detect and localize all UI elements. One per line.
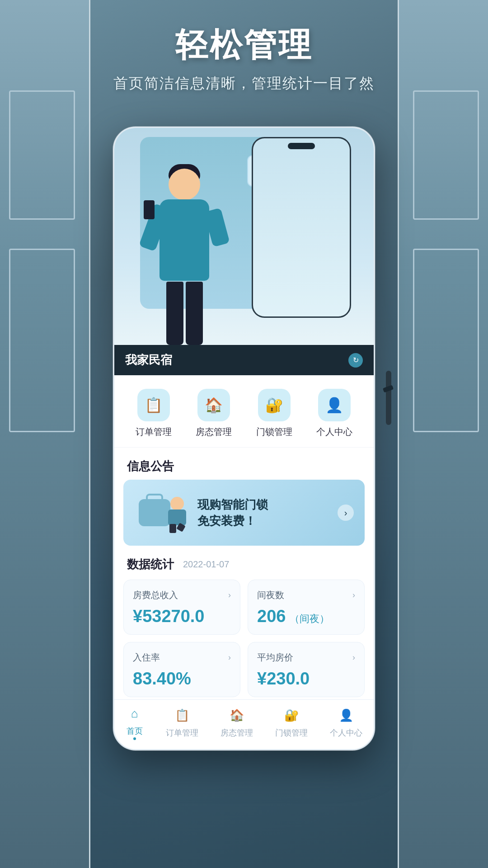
quick-item-locks[interactable]: 🔐 门锁管理 bbox=[256, 389, 292, 438]
home-nav-label: 首页 bbox=[127, 726, 143, 736]
bottom-nav: ⌂ 首页 📋 订单管理 🏠 房态管理 🔐 门锁管理 👤 个人中心 bbox=[114, 699, 374, 749]
orders-icon-circle: 📋 bbox=[137, 389, 170, 421]
person-body bbox=[160, 199, 209, 281]
revenue-arrow: › bbox=[228, 590, 231, 600]
stats-title: 数据统计 bbox=[127, 557, 174, 572]
announcement-line1: 现购智能门锁 bbox=[197, 496, 328, 513]
announcement-line2: 免安装费！ bbox=[197, 513, 328, 529]
announcement-card[interactable]: 现购智能门锁 免安装费！ › bbox=[123, 480, 365, 546]
profile-label: 个人中心 bbox=[316, 426, 352, 438]
person-leg-left bbox=[166, 282, 183, 345]
person-phone-prop bbox=[144, 200, 155, 219]
annc-person bbox=[166, 497, 188, 533]
avg-price-label: 平均房价 bbox=[257, 651, 293, 664]
revenue-value: ¥53270.0 bbox=[133, 607, 205, 626]
nights-label: 间夜数 bbox=[257, 589, 284, 601]
profile-nav-icon: 👤 bbox=[337, 707, 355, 725]
revenue-label: 房费总收入 bbox=[133, 589, 178, 601]
nights-unit: （间夜） bbox=[290, 613, 329, 624]
locks-icon: 🔐 bbox=[265, 396, 283, 414]
nav-item-home[interactable]: ⌂ 首页 bbox=[126, 705, 144, 740]
person-leg-right bbox=[186, 282, 203, 345]
stat-card-nights[interactable]: 间夜数 › 206 （间夜） bbox=[248, 580, 365, 635]
nights-value: 206 bbox=[257, 607, 286, 626]
rooms-icon-circle: 🏠 bbox=[197, 389, 230, 421]
person-illustration bbox=[141, 164, 232, 345]
nights-arrow: › bbox=[352, 590, 355, 600]
quick-item-profile[interactable]: 👤 个人中心 bbox=[316, 389, 352, 438]
rooms-nav-label: 房态管理 bbox=[221, 727, 253, 738]
locks-icon-circle: 🔐 bbox=[258, 389, 291, 421]
orders-icon: 📋 bbox=[145, 396, 163, 414]
nav-active-indicator bbox=[133, 737, 136, 740]
page-title: 轻松管理 bbox=[90, 27, 398, 63]
stat-card-revenue[interactable]: 房费总收入 › ¥53270.0 bbox=[123, 580, 240, 635]
avg-price-value: ¥230.0 bbox=[257, 669, 310, 688]
orders-nav-icon: 📋 bbox=[173, 707, 191, 725]
phone-content: 📋 订单管理 🏠 房态管理 🔐 门锁管理 bbox=[114, 375, 374, 732]
home-nav-icon: ⌂ bbox=[126, 705, 144, 723]
door-handle bbox=[383, 371, 393, 425]
rooms-icon: 🏠 bbox=[205, 396, 223, 414]
announcement-text-area: 现购智能门锁 免安装费！ bbox=[188, 496, 338, 529]
stat-card-avg-price[interactable]: 平均房价 › ¥230.0 bbox=[248, 642, 365, 697]
phone-notch bbox=[288, 143, 315, 149]
stats-header: 数据统计 2022-01-07 bbox=[114, 546, 374, 580]
occupancy-arrow: › bbox=[228, 653, 231, 662]
annc-person-head bbox=[170, 497, 184, 510]
page-subtitle: 首页简洁信息清晰，管理统计一目了然 bbox=[90, 74, 398, 94]
quick-item-rooms[interactable]: 🏠 房态管理 bbox=[196, 389, 232, 438]
rooms-nav-icon: 🏠 bbox=[228, 707, 246, 725]
stat-label-row: 平均房价 › bbox=[257, 651, 355, 664]
occupancy-value: 83.40% bbox=[133, 669, 191, 688]
stats-date: 2022-01-07 bbox=[183, 559, 229, 570]
nav-item-orders[interactable]: 📋 订单管理 bbox=[166, 707, 198, 738]
nav-item-locks[interactable]: 🔐 门锁管理 bbox=[275, 707, 308, 738]
illustration-area bbox=[114, 128, 374, 345]
rooms-label: 房态管理 bbox=[196, 426, 232, 438]
stat-label-row: 间夜数 › bbox=[257, 589, 355, 601]
occupancy-label: 入住率 bbox=[133, 651, 160, 664]
profile-icon-circle: 👤 bbox=[318, 389, 351, 421]
locks-nav-label: 门锁管理 bbox=[275, 727, 308, 738]
stat-label-row: 房费总收入 › bbox=[133, 589, 231, 601]
locks-nav-icon: 🔐 bbox=[282, 707, 300, 725]
phone-mockup: 我家民宿 ↻ 📋 订单管理 🏠 房态管理 bbox=[113, 127, 375, 750]
nav-item-profile[interactable]: 👤 个人中心 bbox=[330, 707, 362, 738]
announcement-title: 信息公告 bbox=[127, 459, 174, 473]
app-name-bar: 我家民宿 ↻ bbox=[114, 345, 374, 375]
locks-label: 门锁管理 bbox=[256, 426, 292, 438]
door-right-panel bbox=[398, 0, 488, 868]
annc-person-body bbox=[168, 509, 186, 525]
quick-item-orders[interactable]: 📋 订单管理 bbox=[136, 389, 172, 438]
refresh-icon[interactable]: ↻ bbox=[348, 353, 363, 368]
door-left-panel bbox=[0, 0, 90, 868]
avg-price-arrow: › bbox=[352, 653, 355, 662]
orders-nav-label: 订单管理 bbox=[166, 727, 198, 738]
stats-grid: 房费总收入 › ¥53270.0 间夜数 › 206 （间夜） 入住率 bbox=[114, 580, 374, 706]
header-area: 轻松管理 首页简洁信息清晰，管理统计一目了然 bbox=[90, 27, 398, 94]
inner-phone-mockup bbox=[252, 137, 351, 318]
profile-nav-label: 个人中心 bbox=[330, 727, 362, 738]
announcement-header: 信息公告 bbox=[114, 448, 374, 480]
annc-person-leg1 bbox=[169, 524, 176, 533]
profile-icon: 👤 bbox=[325, 396, 343, 414]
phone-frame: 我家民宿 ↻ 📋 订单管理 🏠 房态管理 bbox=[113, 127, 375, 750]
stat-card-occupancy[interactable]: 入住率 › 83.40% bbox=[123, 642, 240, 697]
quick-menu: 📋 订单管理 🏠 房态管理 🔐 门锁管理 bbox=[114, 375, 374, 448]
app-name-label: 我家民宿 bbox=[125, 352, 172, 368]
person-head bbox=[169, 169, 200, 200]
orders-label: 订单管理 bbox=[136, 426, 172, 438]
nav-item-rooms[interactable]: 🏠 房态管理 bbox=[221, 707, 253, 738]
stat-label-row: 入住率 › bbox=[133, 651, 231, 664]
announcement-illustration bbox=[134, 492, 188, 533]
inner-phone-screen bbox=[253, 138, 350, 316]
announcement-arrow[interactable]: › bbox=[338, 505, 354, 521]
